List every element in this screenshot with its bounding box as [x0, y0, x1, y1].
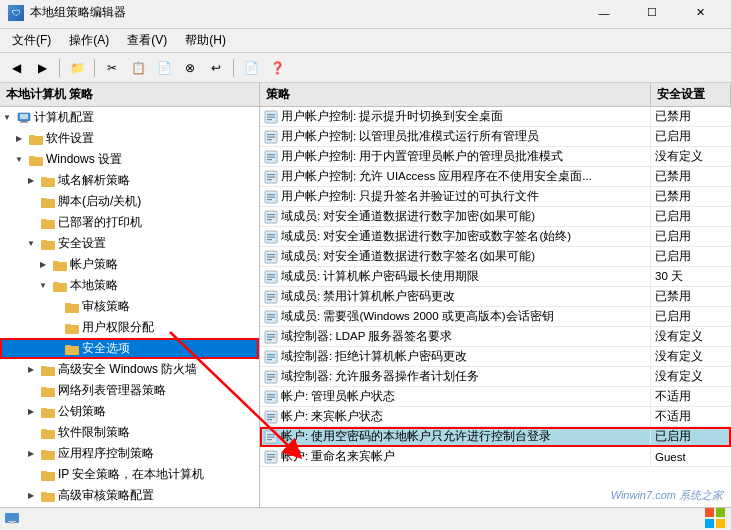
- svg-rect-11: [41, 198, 47, 200]
- menu-action[interactable]: 操作(A): [61, 30, 117, 51]
- tree-item-user-rights[interactable]: 用户权限分配: [0, 317, 259, 338]
- policy-name: 域成员: 计算机帐户密码最长使用期限: [260, 267, 651, 286]
- expand-icon-audit-policy[interactable]: [48, 300, 62, 314]
- svg-rect-102: [267, 416, 275, 417]
- policy-row[interactable]: 域成员: 对安全通道数据进行数字签名(如果可能)已启用: [260, 247, 731, 267]
- expand-icon-network-list[interactable]: [24, 384, 38, 398]
- tree-item-app-control[interactable]: ▶ 应用程序控制策略: [0, 443, 259, 464]
- policy-row[interactable]: 域成员: 对安全通道数据进行数字加密或数字签名(始终)已启用: [260, 227, 731, 247]
- svg-rect-47: [267, 139, 272, 140]
- maximize-button[interactable]: ☐: [629, 3, 675, 23]
- tree-item-public-key[interactable]: ▶ 公钥策略: [0, 401, 259, 422]
- policy-name: 帐户: 来宾帐户状态: [260, 407, 651, 426]
- expand-icon-windows-settings[interactable]: ▼: [12, 153, 26, 167]
- svg-rect-27: [41, 366, 47, 368]
- tree-item-ip-security[interactable]: IP 安全策略，在本地计算机: [0, 464, 259, 485]
- expand-icon-domain-dns[interactable]: ▶: [24, 174, 38, 188]
- col-header-setting: 安全设置: [651, 83, 731, 106]
- forward-button[interactable]: ▶: [30, 57, 54, 79]
- policy-row[interactable]: 用户帐户控制: 用于内置管理员帐户的管理员批准模式没有定义: [260, 147, 731, 167]
- tree-item-software-settings[interactable]: ▶ 软件设置: [0, 128, 259, 149]
- tree-item-software-restriction[interactable]: 软件限制策略: [0, 422, 259, 443]
- expand-icon-printers[interactable]: [24, 216, 38, 230]
- expand-icon-software-settings[interactable]: ▶: [12, 132, 26, 146]
- policy-row[interactable]: 域成员: 对安全通道数据进行数字加密(如果可能)已启用: [260, 207, 731, 227]
- folder-icon-software-settings: [28, 132, 44, 146]
- properties-button[interactable]: 📄: [239, 57, 263, 79]
- policy-row[interactable]: 用户帐户控制: 提示提升时切换到安全桌面已禁用: [260, 107, 731, 127]
- tree-item-advanced-firewall[interactable]: ▶ 高级安全 Windows 防火墙: [0, 359, 259, 380]
- svg-rect-3: [20, 122, 28, 123]
- tree-item-scripts[interactable]: 脚本(启动/关机): [0, 191, 259, 212]
- tree-item-domain-dns[interactable]: ▶ 域名解析策略: [0, 170, 259, 191]
- expand-icon-app-control[interactable]: ▶: [24, 447, 38, 461]
- expand-icon-account-policy[interactable]: ▶: [36, 258, 50, 272]
- tree-item-audit-policy[interactable]: 审核策略: [0, 296, 259, 317]
- undo-button[interactable]: ↩: [204, 57, 228, 79]
- svg-rect-51: [267, 159, 272, 160]
- tree-item-network-list[interactable]: 网络列表管理器策略: [0, 380, 259, 401]
- policy-row[interactable]: 用户帐户控制: 以管理员批准模式运行所有管理员已启用: [260, 127, 731, 147]
- menu-help[interactable]: 帮助(H): [177, 30, 234, 51]
- policy-row[interactable]: 域控制器: LDAP 服务器签名要求没有定义: [260, 327, 731, 347]
- tree-item-windows-settings[interactable]: ▼ Windows 设置: [0, 149, 259, 170]
- policy-row[interactable]: 域控制器: 拒绝计算机帐户密码更改没有定义: [260, 347, 731, 367]
- expand-icon-advanced-firewall[interactable]: ▶: [24, 363, 38, 377]
- menu-file[interactable]: 文件(F): [4, 30, 59, 51]
- title-bar: 🛡 本地组策略编辑器 — ☐ ✕: [0, 0, 731, 29]
- windows-logo-icon: [703, 506, 727, 530]
- delete-button[interactable]: ⊗: [178, 57, 202, 79]
- policy-icon: [264, 150, 278, 164]
- tree-item-advanced-audit[interactable]: ▶ 高级审核策略配置: [0, 485, 259, 506]
- svg-rect-82: [267, 316, 275, 317]
- expand-icon-ip-security[interactable]: [24, 468, 38, 482]
- app-icon: 🛡: [8, 5, 24, 21]
- paste-button[interactable]: 📄: [152, 57, 176, 79]
- tree-item-printers[interactable]: 已部署的打印机: [0, 212, 259, 233]
- svg-rect-18: [53, 283, 67, 292]
- svg-rect-71: [267, 259, 272, 260]
- policy-row[interactable]: 帐户: 重命名来宾帐户Guest: [260, 447, 731, 467]
- policy-row[interactable]: 域成员: 需要强(Windows 2000 或更高版本)会话密钥已启用: [260, 307, 731, 327]
- copy-button[interactable]: 📋: [126, 57, 150, 79]
- svg-rect-65: [267, 234, 275, 235]
- folder-icon-audit-policy: [64, 300, 80, 314]
- expand-icon-user-rights[interactable]: [48, 321, 62, 335]
- back-button[interactable]: ◀: [4, 57, 28, 79]
- svg-rect-106: [267, 436, 275, 437]
- cut-button[interactable]: ✂: [100, 57, 124, 79]
- expand-icon-security-settings[interactable]: ▼: [24, 237, 38, 251]
- show-hide-button[interactable]: 📁: [65, 57, 89, 79]
- expand-icon-public-key[interactable]: ▶: [24, 405, 38, 419]
- tree-item-computer-config[interactable]: ▼ 计算机配置: [0, 107, 259, 128]
- help-button[interactable]: ❓: [265, 57, 289, 79]
- policy-icon: [264, 230, 278, 244]
- policy-row[interactable]: 帐户: 来宾帐户状态不适用: [260, 407, 731, 427]
- policy-name-text: 域控制器: 拒绝计算机帐户密码更改: [281, 349, 467, 364]
- policy-value: 不适用: [651, 407, 731, 426]
- policy-row[interactable]: 域成员: 计算机帐户密码最长使用期限30 天: [260, 267, 731, 287]
- expand-icon-local-policy[interactable]: ▼: [36, 279, 50, 293]
- menu-view[interactable]: 查看(V): [119, 30, 175, 51]
- folder-icon-windows-settings: [28, 153, 44, 167]
- tree-item-security-options[interactable]: 安全选项: [0, 338, 259, 359]
- policy-row[interactable]: 用户帐户控制: 允许 UIAccess 应用程序在不使用安全桌面...已禁用: [260, 167, 731, 187]
- expand-icon-scripts[interactable]: [24, 195, 38, 209]
- policy-row[interactable]: 用户帐户控制: 只提升签名并验证过的可执行文件已禁用: [260, 187, 731, 207]
- tree-item-security-settings[interactable]: ▼ 安全设置: [0, 233, 259, 254]
- policy-row[interactable]: 域控制器: 允许服务器操作者计划任务没有定义: [260, 367, 731, 387]
- expand-icon-advanced-audit[interactable]: ▶: [24, 489, 38, 503]
- policy-value: 已启用: [651, 247, 731, 266]
- expand-icon-computer-config[interactable]: ▼: [0, 111, 14, 125]
- expand-icon-software-restriction[interactable]: [24, 426, 38, 440]
- policy-row[interactable]: 帐户: 管理员帐户状态不适用: [260, 387, 731, 407]
- policy-row[interactable]: 域成员: 禁用计算机帐户密码更改已禁用: [260, 287, 731, 307]
- close-button[interactable]: ✕: [677, 3, 723, 23]
- tree-item-account-policy[interactable]: ▶ 帐户策略: [0, 254, 259, 275]
- policy-row[interactable]: 帐户: 使用空密码的本地帐户只允许进行控制台登录已启用: [260, 427, 731, 447]
- minimize-button[interactable]: —: [581, 3, 627, 23]
- policy-name-text: 用户帐户控制: 用于内置管理员帐户的管理员批准模式: [281, 149, 563, 164]
- tree-item-local-policy[interactable]: ▼ 本地策略: [0, 275, 259, 296]
- folder-icon-scripts: [40, 195, 56, 209]
- expand-icon-security-options[interactable]: [48, 342, 62, 356]
